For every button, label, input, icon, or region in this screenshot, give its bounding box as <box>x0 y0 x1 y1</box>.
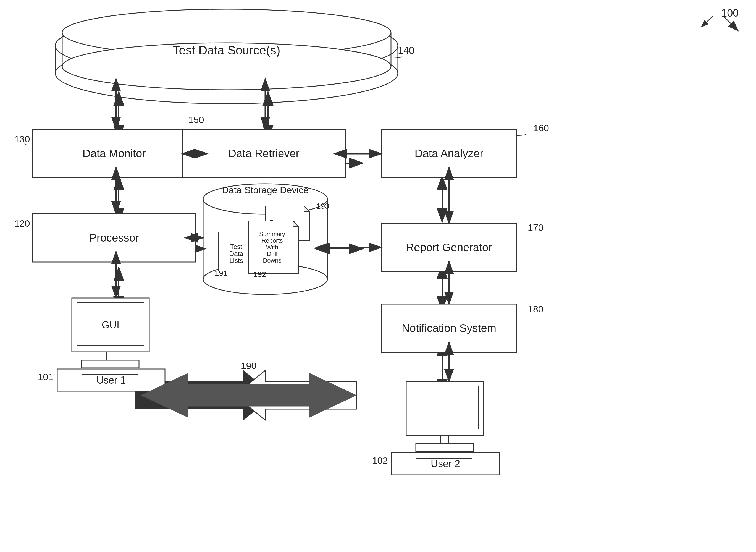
svg-marker-19 <box>235 371 356 420</box>
svg-text:140: 140 <box>398 45 414 56</box>
svg-text:Lists: Lists <box>229 257 243 264</box>
svg-marker-63 <box>249 221 299 274</box>
svg-rect-82 <box>72 298 149 352</box>
svg-text:192: 192 <box>253 270 266 279</box>
svg-rect-86 <box>81 360 139 368</box>
svg-marker-18 <box>135 371 273 420</box>
svg-text:Data Analyzer: Data Analyzer <box>414 147 483 159</box>
svg-text:Downs: Downs <box>263 257 281 264</box>
svg-line-101 <box>701 16 713 27</box>
svg-marker-53 <box>265 206 310 241</box>
svg-rect-85 <box>107 352 114 360</box>
svg-rect-87 <box>57 369 165 391</box>
svg-text:160: 160 <box>533 123 549 133</box>
svg-rect-92 <box>411 386 478 429</box>
svg-text:Test: Test <box>230 243 242 250</box>
svg-point-51 <box>203 264 328 294</box>
svg-text:102: 102 <box>372 455 388 466</box>
svg-rect-94 <box>416 444 473 451</box>
svg-rect-95 <box>392 453 499 475</box>
svg-text:180: 180 <box>528 304 544 314</box>
svg-line-21 <box>724 17 738 30</box>
svg-text:Data Monitor: Data Monitor <box>82 147 146 159</box>
svg-marker-57 <box>218 232 254 271</box>
svg-rect-78 <box>381 304 517 353</box>
svg-text:130: 130 <box>14 134 30 144</box>
svg-text:Owners: Owners <box>268 219 295 227</box>
svg-point-27 <box>62 43 391 90</box>
svg-point-7 <box>55 43 398 104</box>
svg-text:With: With <box>266 244 278 251</box>
svg-marker-54 <box>304 206 310 212</box>
svg-rect-45 <box>33 214 196 262</box>
svg-rect-83 <box>77 303 144 346</box>
svg-text:Data: Data <box>229 250 243 257</box>
svg-point-48 <box>203 184 328 214</box>
svg-text:Test Data Source(s): Test Data Source(s) <box>173 43 280 57</box>
svg-rect-91 <box>406 382 484 435</box>
svg-rect-71 <box>381 223 517 272</box>
svg-text:101: 101 <box>38 372 54 382</box>
svg-marker-58 <box>249 232 254 238</box>
diagram-svg <box>0 0 756 552</box>
svg-text:Data Retriever: Data Retriever <box>228 147 300 159</box>
svg-text:Report Generator: Report Generator <box>406 241 492 254</box>
svg-rect-38 <box>381 129 517 178</box>
svg-text:Notification System: Notification System <box>402 322 496 334</box>
main-diagram-svg: Test Data Source(s) 140 Data Monitor 130… <box>0 0 756 552</box>
svg-text:191: 191 <box>215 269 228 278</box>
svg-text:100: 100 <box>721 7 739 19</box>
svg-marker-99 <box>141 373 356 417</box>
svg-text:190: 190 <box>241 361 257 371</box>
diagram: Test Data Source(s) 140 Data Monitor 130… <box>0 0 756 552</box>
svg-text:170: 170 <box>528 222 544 233</box>
svg-rect-32 <box>33 129 196 178</box>
svg-text:150: 150 <box>188 114 204 125</box>
svg-rect-93 <box>441 435 448 444</box>
svg-text:Data Storage Device: Data Storage Device <box>222 185 309 195</box>
svg-point-24 <box>62 9 391 56</box>
svg-rect-35 <box>182 129 345 178</box>
svg-text:Summary: Summary <box>259 231 285 238</box>
svg-point-4 <box>55 15 398 76</box>
svg-text:Reports: Reports <box>261 237 283 244</box>
svg-text:193: 193 <box>316 202 329 211</box>
svg-text:Drill: Drill <box>267 250 277 257</box>
svg-text:User 1: User 1 <box>97 375 126 386</box>
svg-text:GUI: GUI <box>102 319 119 330</box>
svg-marker-64 <box>293 221 299 227</box>
svg-text:Processor: Processor <box>89 232 139 244</box>
svg-text:120: 120 <box>14 218 30 229</box>
svg-text:User 2: User 2 <box>431 458 460 469</box>
